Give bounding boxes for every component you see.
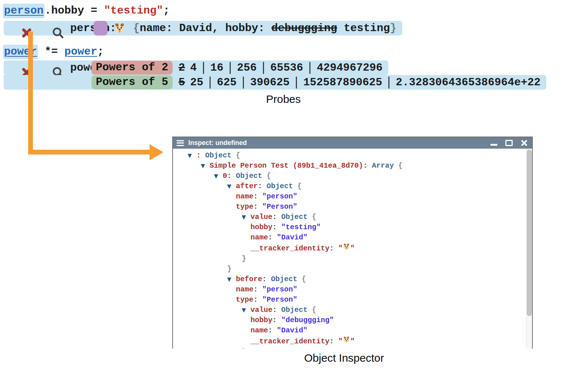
inspect-magnifier-button[interactable]: [39, 14, 64, 42]
tree-line: name: "David": [173, 325, 532, 336]
tree-line: }: [173, 254, 532, 264]
disclosure-triangle-icon[interactable]: ▼: [201, 161, 207, 171]
inspector-title: Inspect: undefined: [188, 139, 490, 147]
tree-line: ▼before: Object {: [173, 274, 532, 284]
tree-text: }: [242, 347, 246, 349]
tree-line: hobby: "debuggging": [173, 315, 532, 325]
tree-text: after: [236, 182, 258, 190]
tree-line: ▼after: Object {: [173, 181, 532, 191]
probe-value: 256: [237, 62, 257, 74]
value-history: 416256655364294967296: [190, 62, 382, 74]
tree-text: "Person": [262, 202, 297, 211]
value-separator: [296, 77, 297, 89]
tree-text: :: [329, 244, 338, 253]
tree-line: ▼: Object {: [173, 150, 532, 161]
disclosure-triangle-icon[interactable]: ▼: [242, 212, 248, 222]
power-probe: power: Powers of 2 2 4162566553642949672…: [4, 60, 546, 90]
tree-text: :: [363, 161, 372, 170]
tree-text: type: [236, 202, 253, 211]
tree-text: "Person": [262, 295, 297, 304]
dog-icon: [343, 243, 350, 250]
tree-text: Object: [267, 182, 297, 190]
old-value: 2: [178, 62, 185, 74]
scrollbar-track[interactable]: [526, 149, 532, 349]
value-separator: [230, 62, 231, 74]
disclosure-triangle-icon[interactable]: ▼: [188, 150, 193, 161]
tree-line: ▼value: Object {: [173, 305, 532, 315]
disclosure-triangle-icon[interactable]: ▼: [242, 305, 248, 315]
tree-line: ▼value: Object {: [173, 212, 532, 222]
dog-icon: [113, 22, 126, 34]
magnifier-icon: [52, 27, 64, 39]
probe-object-token: }: [390, 22, 396, 34]
dog-icon: [343, 336, 350, 343]
tree-text: {: [267, 172, 271, 180]
tree-text: Object: [271, 275, 302, 283]
arrow-head: [150, 144, 163, 160]
dog-icon: [343, 243, 350, 250]
tree-line: }: [173, 264, 532, 274]
tree-text: {: [398, 161, 403, 170]
tree-line: ▼0: Object {: [173, 171, 532, 181]
tree-text: Object: [236, 172, 267, 180]
tree-line: hobby: "testing": [173, 222, 532, 232]
tree-text: "person": [262, 285, 297, 294]
value-history: 256253906251525878906252.328306436538696…: [190, 76, 540, 89]
tree-text: :: [272, 213, 281, 221]
tree-text: :: [268, 326, 277, 335]
probe-value: 625: [217, 76, 237, 89]
value-separator: [388, 77, 389, 89]
probe-value: 25: [190, 76, 203, 89]
disclosure-triangle-icon[interactable]: ▼: [227, 274, 233, 284]
probe-object-token: debuggging: [271, 22, 337, 34]
tree-text: type: [236, 295, 253, 304]
tree-text: "debuggging": [281, 316, 334, 324]
tree-text: :: [253, 202, 262, 211]
close-icon[interactable]: [521, 139, 528, 146]
tree-text: Simple Person Test (89b1_41ea_8d70): [210, 161, 363, 170]
tree-text: :: [272, 306, 281, 314]
tree-line: name: "David": [173, 232, 532, 243]
probe-row-powers-of-5: Powers of 5 5 256253906251525878906252.3…: [4, 75, 546, 90]
series-badge-powers-of-2[interactable]: Powers of 2: [91, 61, 173, 75]
tree-text: :: [227, 172, 236, 180]
tree-text: "David": [277, 233, 308, 242]
tree-text: {: [302, 275, 306, 283]
tree-line: ▼Simple Person Test (89b1_41ea_8d70): Ar…: [173, 161, 532, 171]
probes-caption: Probes: [210, 93, 357, 105]
probe-value: 390625: [250, 76, 290, 89]
tree-text: name: [250, 326, 268, 335]
probe-object-token: name: David, hobby:: [140, 22, 271, 34]
tree-text: :: [262, 275, 271, 283]
dog-icon: [343, 336, 350, 343]
tree-line: }: [173, 347, 532, 349]
tree-text: :: [272, 316, 281, 324]
tree-text: }: [227, 265, 231, 273]
series-badge-powers-of-5[interactable]: Powers of 5: [91, 75, 173, 89]
tree-text: value: [250, 306, 272, 314]
code-token: ;: [97, 45, 104, 58]
tree-text: ": [350, 337, 355, 346]
inspector-title-bar[interactable]: Inspect: undefined: [173, 137, 532, 149]
tree-text: "person": [262, 192, 297, 201]
probe-value: 16: [210, 62, 223, 74]
menu-icon[interactable]: [177, 140, 184, 146]
value-separator: [263, 62, 264, 74]
probe-value: 4: [190, 62, 197, 74]
maximize-icon[interactable]: [505, 140, 513, 146]
tree-text: 0: [223, 172, 227, 180]
tree-text: :: [272, 223, 281, 231]
tree-text: :: [253, 295, 262, 304]
scrollbar-thumb[interactable]: [527, 150, 532, 316]
tree-text: name: [236, 285, 253, 294]
probe-prefix: person:: [8, 14, 91, 42]
code-token: "testing": [104, 4, 163, 17]
disclosure-triangle-icon[interactable]: ▼: [227, 181, 233, 191]
value-separator: [210, 77, 211, 89]
disclosure-triangle-icon[interactable]: ▼: [214, 171, 220, 181]
tree-line: type: "Person": [173, 202, 532, 212]
minimize-icon[interactable]: [490, 144, 497, 146]
tree-line: name: "person": [173, 191, 532, 202]
code-token: ;: [163, 4, 170, 17]
window-controls: [490, 139, 528, 146]
